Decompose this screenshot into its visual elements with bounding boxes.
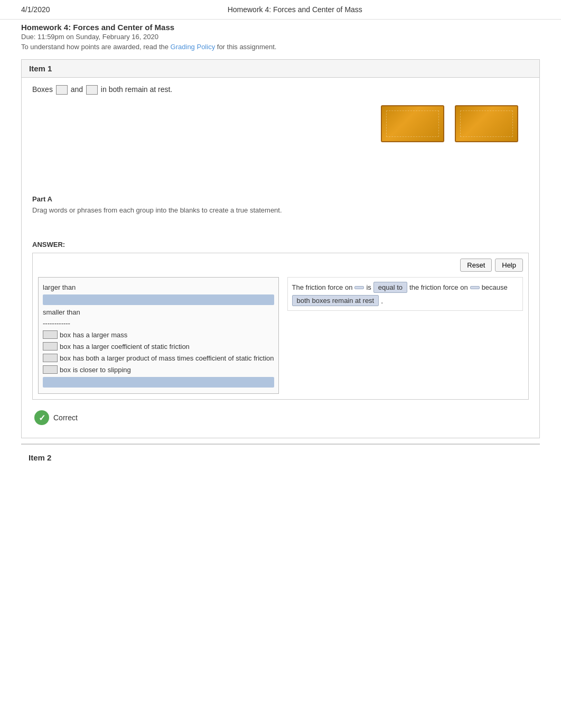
stmt-blank-4[interactable]: both boxes remain at rest [292, 295, 379, 306]
intro-boxes: Boxes [32, 85, 53, 94]
stmt-is: is [366, 283, 371, 291]
word-bank-highlight-1 [43, 294, 274, 305]
grading-policy-link[interactable]: Grading Policy [171, 43, 216, 51]
image-area [32, 100, 529, 148]
header-date: 4/1/2020 [21, 5, 50, 14]
word-divider: ------------ [43, 319, 70, 327]
word-bank-item-smaller[interactable]: smaller than [43, 307, 274, 318]
word-bank-item-divider: ------------ [43, 318, 274, 329]
policy-line: To understand how points are awarded, re… [21, 43, 540, 51]
statement-area: The friction force on is equal to the fr… [287, 277, 523, 311]
header-title: Homework 4: Forces and Center of Mass [228, 5, 362, 14]
word-bank-item-larger-mass[interactable]: box has a larger mass [43, 329, 274, 340]
word-larger-mass-suffix: has a larger mass [73, 331, 127, 339]
stmt-blank-1[interactable] [354, 286, 364, 289]
word-larger-coeff-suffix: has a larger coefficient of static frict… [73, 343, 190, 351]
word-bank-item-larger[interactable]: larger than [43, 282, 274, 293]
word-larger-than: larger than [43, 283, 76, 291]
part-a-instruction: Drag words or phrases from each group in… [32, 206, 529, 214]
blank-box-b[interactable] [86, 85, 98, 95]
word-smaller-than: smaller than [43, 308, 80, 316]
drag-area: larger than smaller than ------------ bo… [38, 277, 523, 394]
answer-label: ANSWER: [32, 241, 529, 248]
word-bank: larger than smaller than ------------ bo… [38, 277, 279, 394]
meta-section: Homework 4: Forces and Center of Mass Du… [0, 20, 561, 54]
word-bank-item-larger-coeff[interactable]: box has a larger coefficient of static f… [43, 340, 274, 352]
intro-text: Boxes and in both remain at rest. [32, 85, 529, 95]
box-image-right [455, 105, 518, 142]
word-larger-mass: box [60, 331, 71, 339]
item-2-header: Item 2 [21, 450, 540, 465]
item-1-body: Boxes and in both remain at rest. Part A… [22, 78, 539, 438]
spacer [32, 153, 529, 195]
word-bank-highlight-2 [43, 377, 274, 388]
intro-suffix: in both remain at rest. [101, 85, 172, 94]
intro-and: and [71, 85, 83, 94]
blank-box-bank-4 [43, 365, 58, 374]
correct-icon: ✓ [34, 410, 49, 425]
stmt-blank-2[interactable]: equal to [373, 282, 407, 293]
correct-section: ✓ Correct [32, 405, 529, 430]
policy-suffix: for this assignment. [217, 43, 277, 51]
item-1-section: Item 1 Boxes and in both remain at rest.… [21, 59, 540, 438]
answer-toolbar: Reset Help [38, 259, 523, 272]
blank-box-bank-3 [43, 354, 58, 362]
word-larger-coeff-box: box [60, 343, 71, 351]
correct-text: Correct [53, 413, 78, 422]
part-a-label: Part A [32, 195, 529, 203]
word-closer-box: box [60, 366, 71, 374]
stmt-because: because [482, 283, 508, 291]
stmt-the-friction-force-on: The friction force on [292, 283, 353, 291]
word-closer-suffix: is closer to slipping [73, 366, 131, 374]
blank-box-a[interactable] [56, 85, 68, 95]
policy-prefix: To understand how points are awarded, re… [21, 43, 169, 51]
word-larger-product-box: box [60, 354, 71, 362]
due-date: Due: 11:59pm on Sunday, February 16, 202… [21, 33, 540, 41]
answer-box: Reset Help larger than smaller than ----… [32, 253, 529, 400]
assignment-title: Homework 4: Forces and Center of Mass [21, 23, 540, 32]
item-2-section: Item 2 [21, 444, 540, 465]
word-bank-item-closer[interactable]: box is closer to slipping [43, 364, 274, 375]
item-1-header: Item 1 [22, 60, 539, 78]
box-image-left [381, 105, 444, 142]
help-button[interactable]: Help [495, 259, 523, 272]
page-header: 4/1/2020 Homework 4: Forces and Center o… [0, 0, 561, 20]
word-larger-product-suffix: has both a larger product of mass times … [73, 354, 274, 362]
stmt-the-friction-force-on-2: the friction force on [409, 283, 468, 291]
stmt-blank-3[interactable] [470, 286, 480, 289]
statement-row: The friction force on is equal to the fr… [287, 277, 523, 311]
word-bank-item-larger-product[interactable]: box has both a larger product of mass ti… [43, 352, 274, 364]
reset-button[interactable]: Reset [460, 259, 492, 272]
blank-box-bank-2 [43, 342, 58, 351]
blank-box-bank-1 [43, 330, 58, 339]
stmt-period: . [381, 297, 383, 305]
spacer2 [32, 219, 529, 241]
